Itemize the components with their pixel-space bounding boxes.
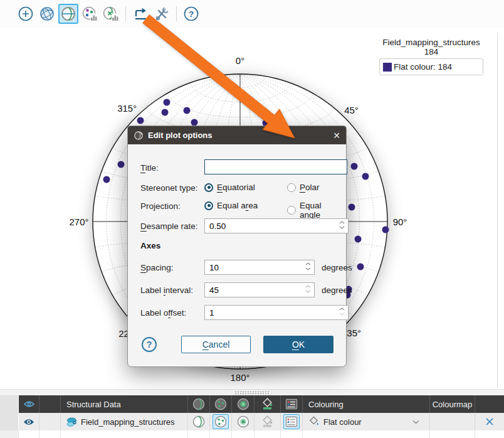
dialog-close-button[interactable]: ✕ — [333, 131, 340, 140]
row-colouring-cell: Flat colour — [303, 413, 430, 430]
equal-angle-radio-label: Equal angle — [300, 201, 336, 220]
stereonet-points-icon — [214, 415, 228, 429]
stereonet-contour-icon — [236, 397, 250, 411]
legend-entry: Flat colour: 184 — [379, 58, 483, 75]
colouring-header: Colouring — [303, 395, 430, 413]
spin-up-icon[interactable] — [305, 262, 311, 265]
equal-area-radio[interactable] — [204, 201, 213, 210]
eye-icon — [24, 400, 34, 408]
legend-list-header-cell — [281, 395, 303, 413]
axes-section-header: Axes — [140, 241, 160, 250]
splitter-handle[interactable] — [234, 391, 270, 395]
stereonet-contour-header-cell — [232, 395, 255, 413]
row-stereonet-points-toggle[interactable] — [210, 413, 232, 430]
legend-count: 184 — [372, 47, 491, 56]
axis-label: 45° — [344, 105, 359, 115]
label-offset-input[interactable] — [205, 308, 335, 318]
actions-header-cell — [475, 395, 504, 413]
axis-label: 270° — [69, 216, 88, 227]
colourmap-header: Colourmap — [430, 395, 475, 413]
eye-icon — [23, 418, 34, 426]
axis-label: 315° — [117, 103, 137, 114]
spacing-input[interactable] — [205, 263, 302, 272]
row-stereonet-planes-toggle[interactable] — [188, 413, 210, 430]
label-interval-input[interactable] — [205, 286, 302, 295]
spin-down-icon[interactable] — [305, 290, 311, 293]
add-icon — [18, 6, 34, 22]
spacer-header-cell — [39, 395, 61, 413]
gutter-cell — [0, 395, 19, 413]
visibility-header-cell[interactable] — [19, 395, 39, 413]
row-colourmap-cell[interactable] — [430, 413, 475, 430]
dialog-titlebar[interactable]: Edit plot options ✕ — [128, 126, 346, 144]
spin-up-icon[interactable] — [339, 307, 345, 311]
structural-data-icon — [66, 417, 77, 427]
tools-button[interactable] — [152, 4, 172, 24]
table-row: Field_mapping_structures — [0, 413, 504, 430]
spacing-unit: degrees — [322, 263, 352, 272]
label-offset-label: Label offset: — [140, 308, 186, 318]
structural-data-header: Structural Data — [61, 395, 188, 413]
svg-text:?: ? — [189, 9, 194, 19]
desample-rate-input[interactable] — [205, 222, 335, 231]
equatorial-radio-label: Equatorial — [217, 183, 255, 192]
colouring-dropdown[interactable]: Flat colour — [308, 413, 429, 430]
3d-view-button[interactable] — [37, 4, 57, 24]
spacing-label: Spacing: — [140, 263, 174, 272]
axis-label: 0° — [236, 55, 244, 66]
polar-radio[interactable] — [287, 183, 296, 192]
spin-down-icon[interactable] — [339, 312, 345, 316]
spin-down-icon[interactable] — [339, 226, 345, 229]
dialog-icon — [134, 131, 144, 141]
title-label: Title: — [140, 163, 159, 173]
list-icon — [285, 416, 298, 427]
tools-icon — [154, 6, 170, 22]
paint-bucket-icon — [261, 397, 275, 411]
spin-down-icon[interactable] — [305, 267, 311, 270]
splitter — [0, 389, 504, 395]
list-icon — [285, 398, 298, 410]
row-visibility-toggle[interactable] — [19, 413, 39, 430]
equal-area-radio-label: Equal area — [217, 201, 258, 210]
desample-rate-label: Desample rate: — [140, 222, 198, 231]
colour-and-stats-button[interactable] — [80, 4, 100, 24]
equal-angle-radio[interactable] — [287, 206, 296, 215]
projection-label: Projection: — [140, 201, 181, 211]
colour-stats-icon — [81, 6, 98, 22]
dialog-help-button[interactable]: ? — [142, 337, 157, 352]
edit-stats-button[interactable] — [101, 4, 121, 24]
toolbar-separator — [176, 6, 177, 21]
gutter-cell — [0, 413, 19, 430]
add-button[interactable] — [16, 4, 36, 24]
axis-label: 180° — [230, 372, 249, 383]
toolbar-separator — [125, 6, 126, 21]
row-remove-button[interactable] — [475, 413, 504, 430]
stereonet-stats-icon — [103, 6, 119, 22]
spin-up-icon[interactable] — [305, 285, 311, 288]
ok-button[interactable]: OK — [263, 336, 333, 353]
row-legend-list-toggle[interactable] — [281, 413, 303, 430]
label-interval-spinner — [204, 282, 315, 297]
equatorial-radio[interactable] — [204, 183, 213, 192]
row-name-cell[interactable]: Field_mapping_structures — [61, 413, 188, 430]
stereonet-icon — [192, 415, 206, 429]
structural-data-table: Structural Data — [0, 395, 504, 438]
spacing-spinner — [204, 260, 315, 275]
cancel-button[interactable]: Cancel — [181, 336, 251, 353]
globe-icon — [39, 6, 55, 22]
stereonet-points-header-cell — [210, 395, 232, 413]
spin-up-icon[interactable] — [339, 221, 345, 224]
help-button[interactable]: ? — [181, 4, 201, 24]
export-icon — [132, 6, 149, 22]
desample-rate-spinner — [204, 218, 349, 233]
row-stereonet-contour-toggle[interactable] — [232, 413, 255, 430]
help-icon: ? — [183, 6, 199, 22]
toolbar: ? — [0, 0, 504, 28]
stereonet-button[interactable] — [58, 4, 78, 24]
stereonet-points-icon — [214, 397, 228, 411]
label-interval-unit: degrees — [322, 286, 352, 295]
export-button[interactable] — [130, 4, 150, 24]
title-input[interactable] — [204, 159, 347, 174]
colouring-value: Flat colour — [323, 417, 362, 427]
row-colour-fill-toggle[interactable] — [255, 413, 281, 430]
